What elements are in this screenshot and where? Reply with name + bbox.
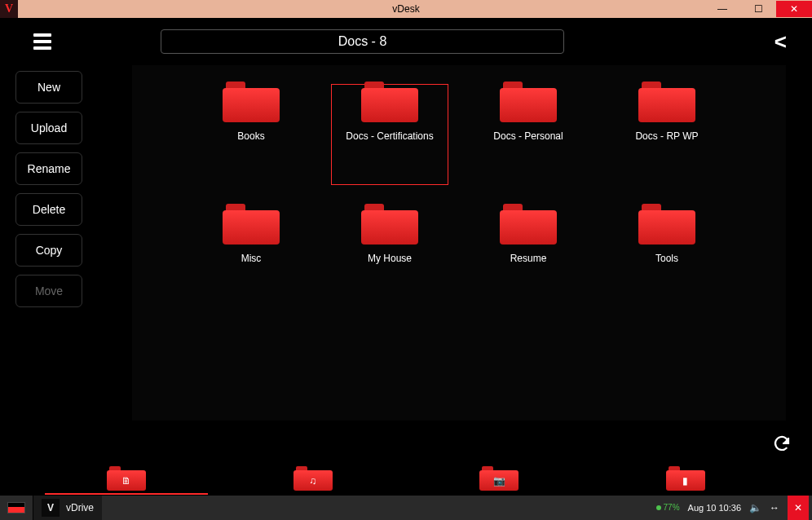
folder-item[interactable]: Docs - RP WP bbox=[598, 73, 736, 196]
refresh-icon bbox=[772, 434, 792, 454]
folder-label: Tools bbox=[655, 253, 678, 264]
folder-icon bbox=[361, 204, 418, 245]
sidebar-delete-button[interactable]: Delete bbox=[15, 193, 82, 226]
folder-icon bbox=[500, 204, 557, 245]
folder-icon bbox=[638, 204, 695, 245]
folder-label: My House bbox=[368, 253, 412, 264]
grid-wrap: Books Docs - Certifications Docs - Perso… bbox=[82, 64, 803, 462]
bottom-tab-photo[interactable]: 📷 bbox=[406, 466, 593, 495]
taskbar-app-label: vDrive bbox=[66, 502, 94, 513]
app-main-row: NewUploadRenameDeleteCopyMove Books Docs… bbox=[1, 64, 811, 462]
tab-folder-icon: 📷 bbox=[479, 466, 519, 491]
start-button[interactable] bbox=[0, 496, 33, 520]
folder-item[interactable]: My House bbox=[320, 196, 459, 318]
tab-folder-icon: ▮ bbox=[666, 466, 705, 491]
sidebar-upload-button[interactable]: Upload bbox=[15, 112, 82, 144]
bottom-tab-document[interactable]: 🗎 bbox=[33, 466, 220, 495]
folder-item[interactable]: Resume bbox=[459, 196, 598, 318]
window-frame: V vDesk — ☐ ✕ Docs - 8 < NewUploadRename… bbox=[0, 0, 812, 520]
titlebar[interactable]: V vDesk — ☐ ✕ bbox=[0, 0, 812, 18]
battery-percent: 77% bbox=[664, 504, 680, 512]
refresh-button[interactable] bbox=[772, 434, 795, 457]
folder-icon bbox=[361, 82, 418, 122]
tab-folder-icon: ♫ bbox=[293, 466, 333, 491]
monitor-icon bbox=[7, 502, 25, 513]
folder-item[interactable]: Misc bbox=[182, 196, 320, 318]
sidebar: NewUploadRenameDeleteCopyMove bbox=[9, 64, 82, 462]
path-text: Docs - 8 bbox=[338, 34, 387, 49]
bottom-tabs: 🗎 ♫ 📷 ▮ bbox=[1, 462, 811, 495]
sidebar-new-button[interactable]: New bbox=[15, 71, 82, 104]
photo-icon: 📷 bbox=[493, 475, 505, 487]
folder-icon bbox=[500, 82, 557, 122]
app-body: Docs - 8 < NewUploadRenameDeleteCopyMove… bbox=[0, 18, 812, 496]
folder-icon bbox=[223, 204, 280, 245]
folder-label: Misc bbox=[241, 253, 262, 264]
clock[interactable]: Aug 10 10:36 bbox=[688, 503, 741, 513]
sound-icon[interactable]: 🔈 bbox=[749, 502, 761, 513]
folder-icon bbox=[223, 82, 280, 122]
document-icon: 🗎 bbox=[121, 475, 131, 487]
music-icon: ♫ bbox=[309, 475, 316, 487]
taskbar-app-icon: V bbox=[42, 499, 60, 517]
taskbar-close-button[interactable]: ✕ bbox=[788, 496, 809, 520]
folder-label: Docs - Personal bbox=[493, 130, 563, 142]
resize-arrows-icon[interactable]: ↔ bbox=[770, 502, 779, 513]
sidebar-move-button: Move bbox=[15, 275, 82, 307]
bottom-tab-video[interactable]: ▮ bbox=[593, 466, 779, 495]
window-title: vDesk bbox=[0, 3, 812, 15]
bottom-tab-music[interactable]: ♫ bbox=[220, 466, 407, 495]
battery-bullet-icon bbox=[656, 505, 661, 510]
path-display[interactable]: Docs - 8 bbox=[161, 29, 564, 54]
sidebar-copy-button[interactable]: Copy bbox=[15, 234, 82, 267]
folder-label: Docs - Certifications bbox=[346, 130, 433, 142]
folder-label: Docs - RP WP bbox=[635, 130, 698, 142]
tab-folder-icon: 🗎 bbox=[107, 466, 146, 491]
folder-grid[interactable]: Books Docs - Certifications Docs - Perso… bbox=[131, 64, 787, 421]
folder-icon bbox=[638, 82, 695, 122]
system-tray: 77% Aug 10 10:36 🔈 ↔ ✕ bbox=[656, 496, 812, 520]
menu-icon[interactable] bbox=[17, 33, 42, 50]
folder-label: Books bbox=[237, 130, 264, 142]
back-chevron-icon[interactable]: < bbox=[774, 29, 795, 55]
app-topbar: Docs - 8 < bbox=[1, 19, 811, 64]
folder-item[interactable]: Books bbox=[182, 73, 320, 196]
video-icon: ▮ bbox=[682, 475, 688, 487]
taskbar[interactable]: V vDrive 77% Aug 10 10:36 🔈 ↔ ✕ bbox=[0, 496, 812, 520]
battery-indicator[interactable]: 77% bbox=[656, 504, 680, 512]
folder-label: Resume bbox=[510, 253, 547, 264]
folder-item[interactable]: Docs - Personal bbox=[459, 73, 598, 196]
sidebar-rename-button[interactable]: Rename bbox=[15, 152, 82, 185]
taskbar-app-button[interactable]: V vDrive bbox=[33, 496, 102, 520]
folder-item[interactable]: Docs - Certifications bbox=[320, 73, 459, 196]
folder-item[interactable]: Tools bbox=[598, 196, 736, 318]
